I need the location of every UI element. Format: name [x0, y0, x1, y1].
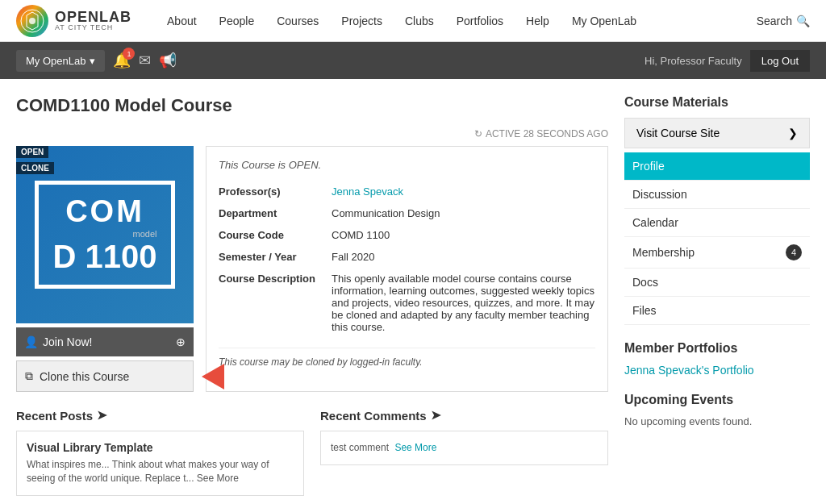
see-more-link[interactable]: See More — [394, 442, 436, 453]
portfolio-link[interactable]: Jenna Spevack's Portfolio — [624, 364, 754, 377]
nav-links: About People Courses Projects Clubs Port… — [156, 0, 757, 42]
description-value: This openly available model course conta… — [332, 268, 595, 338]
post-title: Visual Library Template — [27, 441, 294, 454]
left-content: COMD1100 Model Course ↻ ACTIVE 28 SECOND… — [16, 95, 608, 496]
secondary-navigation: My OpenLab ▾ 🔔 1 ✉ 📢 Hi, Professor Facul… — [0, 42, 826, 79]
semester-label: Semester / Year — [219, 246, 332, 268]
semester-value: Fall 2020 — [332, 246, 595, 268]
secondary-nav-left: My OpenLab ▾ 🔔 1 ✉ 📢 — [16, 50, 177, 72]
course-info-box: This Course is OPEN. Professor(s) Jenna … — [206, 146, 608, 392]
recent-post-card: Visual Library Template What inspires me… — [16, 431, 304, 496]
professor-link[interactable]: Jenna Spevack — [332, 185, 403, 198]
sidebar-badge-membership: 4 — [786, 244, 802, 260]
no-events-text: No upcoming events found. — [624, 415, 810, 427]
user-icon: 👤 — [24, 335, 38, 348]
nav-projects[interactable]: Projects — [330, 0, 394, 42]
course-logo-model: model — [53, 229, 157, 239]
chevron-right-icon: ❯ — [788, 127, 798, 140]
messages-button[interactable]: ✉ — [139, 52, 151, 69]
greeting-text: Hi, Professor Faculty — [645, 55, 742, 67]
join-now-button[interactable]: 👤 Join Now! ⊕ — [16, 327, 194, 356]
course-code-value: COMD 1100 — [332, 224, 595, 246]
nav-clubs[interactable]: Clubs — [394, 0, 445, 42]
announcements-button[interactable]: 📢 — [159, 52, 177, 69]
sidebar-menu-item-calendar[interactable]: Calendar — [624, 209, 810, 236]
main-content: COMD1100 Model Course ↻ ACTIVE 28 SECOND… — [0, 79, 826, 504]
course-logo-d1100: D 1100 — [53, 239, 157, 275]
my-openlab-dropdown[interactable]: My OpenLab ▾ — [16, 50, 105, 72]
sidebar-menu-item-docs[interactable]: Docs — [624, 269, 810, 296]
svg-point-1 — [29, 18, 35, 24]
professor-row: Professor(s) Jenna Spevack — [219, 181, 595, 202]
upcoming-events-title: Upcoming Events — [624, 393, 810, 407]
search-icon: 🔍 — [796, 15, 810, 27]
recent-comment-card: test comment See More — [320, 431, 608, 465]
course-code-label: Course Code — [219, 224, 332, 246]
recent-comments-title: Recent Comments ➤ — [320, 408, 608, 423]
right-sidebar: Course Materials Visit Course Site ❯ Pro… — [624, 95, 810, 496]
recent-sections: Recent Posts ➤ Visual Library Template W… — [16, 408, 608, 496]
course-main-area: OPEN CLONE COM model D 1100 👤 Join Now! … — [16, 146, 608, 392]
nav-about[interactable]: About — [156, 0, 208, 42]
comment-text: test comment See More — [331, 441, 598, 455]
secondary-nav-right: Hi, Professor Faculty Log Out — [645, 50, 810, 72]
sidebar-menu-item-files[interactable]: Files — [624, 297, 810, 324]
nav-help[interactable]: Help — [515, 0, 561, 42]
description-row: Course Description This openly available… — [219, 268, 595, 338]
clone-badge: CLONE — [16, 162, 54, 174]
nav-courses[interactable]: Courses — [265, 0, 330, 42]
course-open-label: This Course is OPEN. — [219, 159, 595, 171]
notifications-button[interactable]: 🔔 1 — [113, 52, 131, 69]
logo-icon — [16, 5, 48, 37]
department-label: Department — [219, 202, 332, 224]
arrow-indicator — [202, 364, 224, 389]
course-info-table: Professor(s) Jenna Spevack Department Co… — [219, 181, 595, 338]
description-label: Course Description — [219, 268, 332, 338]
post-text: What inspires me... Think about what mak… — [27, 458, 294, 485]
course-image: OPEN CLONE COM model D 1100 — [16, 146, 194, 323]
member-portfolios-title: Member Portfolios — [624, 341, 810, 356]
notification-badge: 1 — [123, 48, 135, 60]
sidebar-menu-item-discussion[interactable]: Discussion — [624, 181, 810, 208]
top-navigation: OPENLAB AT CITY TECH About People Course… — [0, 0, 826, 42]
nav-portfolios[interactable]: Portfolios — [445, 0, 515, 42]
upcoming-events-section: Upcoming Events No upcoming events found… — [624, 393, 810, 427]
arrow-right-icon-2: ➤ — [431, 408, 441, 423]
course-image-area: OPEN CLONE COM model D 1100 👤 Join Now! … — [16, 146, 194, 392]
professor-label: Professor(s) — [219, 181, 332, 202]
plus-icon: ⊕ — [176, 335, 186, 348]
arrow-right-icon: ➤ — [97, 408, 107, 423]
logo[interactable]: OPENLAB AT CITY TECH — [16, 5, 131, 37]
visit-course-site-button[interactable]: Visit Course Site ❯ — [624, 118, 810, 148]
department-value: Communication Design — [332, 202, 595, 224]
open-badge: OPEN — [16, 146, 48, 158]
course-logo-inner: COM model D 1100 — [35, 181, 176, 289]
logo-text: OPENLAB AT CITY TECH — [55, 10, 131, 31]
semester-row: Semester / Year Fall 2020 — [219, 246, 595, 268]
search-button[interactable]: Search 🔍 — [757, 15, 810, 27]
course-code-row: Course Code COMD 1100 — [219, 224, 595, 246]
sidebar-menu-item-membership[interactable]: Membership4 — [624, 237, 810, 268]
clone-btn-container: ⧉ Clone this Course — [16, 360, 194, 392]
recent-posts: Recent Posts ➤ Visual Library Template W… — [16, 408, 304, 496]
clone-note: This course may be cloned by logged-in f… — [219, 348, 595, 368]
logout-button[interactable]: Log Out — [750, 50, 810, 72]
recent-posts-title: Recent Posts ➤ — [16, 408, 304, 423]
course-materials-section: Course Materials Visit Course Site ❯ Pro… — [624, 95, 810, 325]
sidebar-menu-item-profile[interactable]: Profile — [624, 152, 810, 180]
megaphone-icon: 📢 — [159, 52, 177, 69]
member-portfolios-section: Member Portfolios Jenna Spevack's Portfo… — [624, 341, 810, 377]
nav-myopenlab[interactable]: My OpenLab — [561, 0, 648, 42]
copy-icon: ⧉ — [25, 369, 33, 383]
clone-course-button[interactable]: ⧉ Clone this Course — [16, 360, 194, 392]
department-row: Department Communication Design — [219, 202, 595, 224]
refresh-icon: ↻ — [474, 128, 482, 140]
page-title: COMD1100 Model Course — [16, 95, 608, 116]
nav-people[interactable]: People — [208, 0, 266, 42]
course-logo-com: COM — [53, 194, 157, 229]
course-materials-title: Course Materials — [624, 95, 810, 110]
active-status: ↻ ACTIVE 28 SECONDS AGO — [16, 128, 608, 140]
mail-icon: ✉ — [139, 52, 151, 69]
recent-comments: Recent Comments ➤ test comment See More — [320, 408, 608, 496]
sidebar-menu: ProfileDiscussionCalendarMembership4Docs… — [624, 152, 810, 325]
